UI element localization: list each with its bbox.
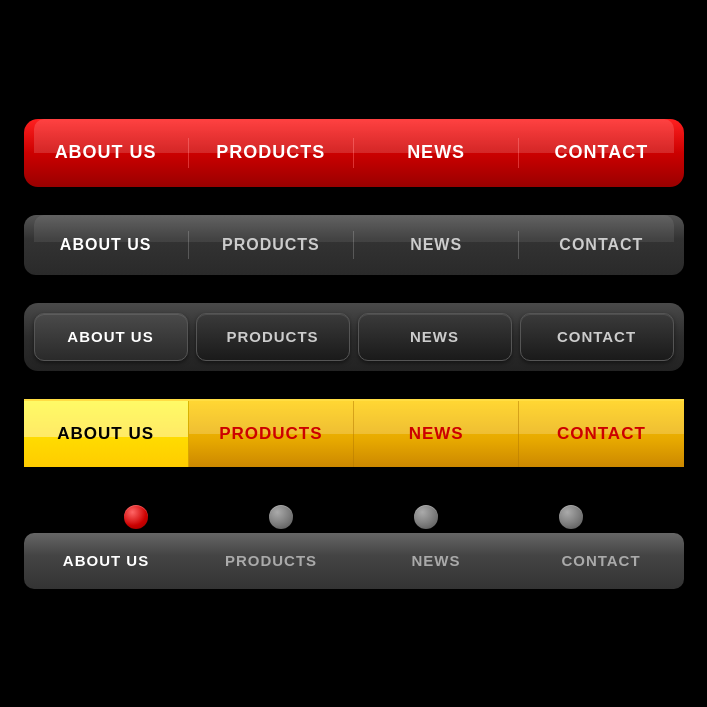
nav-red-about[interactable]: ABOUT US [24,142,188,163]
dot-news[interactable] [414,505,438,529]
nav-yellow-about[interactable]: ABOUT US [24,401,189,467]
nav-dark-products[interactable]: PRODUCTS [189,236,353,254]
nav-gray-about[interactable]: ABOUT US [24,552,189,569]
nav-dark-contact[interactable]: CONTACT [519,236,683,254]
nav-red-news[interactable]: NEWS [354,142,518,163]
nav-gray-products[interactable]: PRODUCTS [189,552,354,569]
navbar-dark: ABOUT US PRODUCTS NEWS CONTACT [24,215,684,275]
nav-yellow-news[interactable]: NEWS [354,401,519,467]
nav-btn-products[interactable]: PRODUCTS [196,313,350,361]
dots-row [24,495,684,533]
navbar-yellow: ABOUT US PRODUCTS NEWS CONTACT [24,399,684,467]
dot-contact[interactable] [559,505,583,529]
navbar-red: ABOUT US PRODUCTS NEWS CONTACT [24,119,684,187]
nav-red-products[interactable]: PRODUCTS [189,142,353,163]
nav-btn-news[interactable]: NEWS [358,313,512,361]
navbar-dots-container: ABOUT US PRODUCTS NEWS CONTACT [24,495,684,589]
nav-btn-contact[interactable]: CONTACT [520,313,674,361]
dot-about[interactable] [124,505,148,529]
nav-dark-about[interactable]: ABOUT US [24,236,188,254]
nav-gray-contact[interactable]: CONTACT [519,552,684,569]
nav-yellow-contact[interactable]: CONTACT [519,401,683,467]
nav-btn-about[interactable]: ABOUT US [34,313,188,361]
nav-red-contact[interactable]: CONTACT [519,142,683,163]
nav-yellow-products[interactable]: PRODUCTS [189,401,354,467]
nav-gray-news[interactable]: NEWS [354,552,519,569]
navbar-buttons: ABOUT US PRODUCTS NEWS CONTACT [24,303,684,371]
nav-dark-news[interactable]: NEWS [354,236,518,254]
navbar-gray: ABOUT US PRODUCTS NEWS CONTACT [24,533,684,589]
dot-products[interactable] [269,505,293,529]
